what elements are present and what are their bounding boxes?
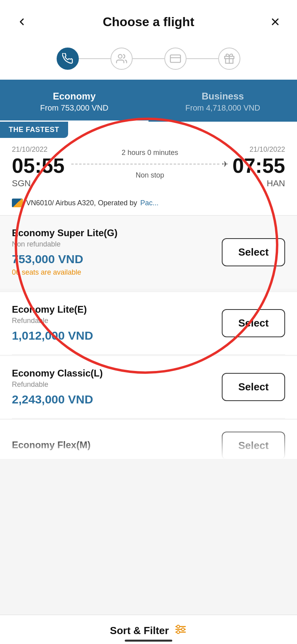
step-payment [164,48,187,70]
back-button[interactable] [12,12,32,32]
airline-logo [12,199,23,207]
tab-bar: Economy From 753,000 VND Business From 4… [0,80,297,122]
arrive-airport: HAN [232,178,285,189]
svg-point-9 [177,625,180,628]
svg-point-10 [182,628,185,631]
plane-icon: ✈ [222,159,228,169]
flight-airline: VN6010/ Airbus A320, Operated by Pac... [0,199,297,215]
fare-lite-name: Economy Lite(E) [12,304,93,315]
page-title: Choose a flight [32,15,265,29]
depart-block: 21/10/2022 05:55 SGN [12,145,67,189]
flight-line: ✈ [71,159,228,169]
filter-icon [174,624,187,638]
svg-point-11 [177,631,180,634]
fare-classic-price: 2,243,000 VND [12,393,103,406]
fare-super-lite: Economy Super Lite(G) Non refundable 753… [0,215,297,289]
header: Choose a flight [0,0,297,40]
step-flight [57,48,79,70]
tab-economy[interactable]: Economy From 753,000 VND [0,80,148,122]
main-content: THE FASTEST 21/10/2022 05:55 SGN 2 hours… [0,122,297,499]
fare-super-lite-details: Economy Super Lite(G) Non refundable 753… [12,227,118,277]
airline-text: VN6010/ Airbus A320, Operated by [26,199,137,207]
arrive-block: 21/10/2022 07:55 HAN [232,145,285,189]
fare-super-lite-refund: Non refundable [12,240,118,248]
dashed-line [71,164,219,164]
select-super-lite-button[interactable]: Select [222,238,285,266]
step-ticket [218,48,240,70]
fare-lite-details: Economy Lite(E) Refundable 1,012,000 VND [12,304,93,342]
fare-classic-name: Economy Classic(L) [12,368,103,379]
flight-card: THE FASTEST 21/10/2022 05:55 SGN 2 hours… [0,122,297,289]
fare-lite-refund: Refundable [12,317,93,325]
fare-classic-details: Economy Classic(L) Refundable 2,243,000 … [12,368,103,406]
fare-super-lite-name: Economy Super Lite(G) [12,227,118,239]
step-line-3 [187,58,218,59]
fare-divider-1 [12,354,285,355]
fare-super-lite-seats: 06 seats are available [12,268,118,277]
fare-classic: Economy Classic(L) Refundable 2,243,000 … [0,355,297,418]
depart-airport: SGN [12,178,67,189]
flight-info: 21/10/2022 05:55 SGN 2 hours 0 minutes ✈… [0,122,297,199]
select-lite-button[interactable]: Select [222,309,285,337]
step-line-1 [79,58,110,59]
flight-stop: Non stop [71,171,228,180]
fare-lite-price: 1,012,000 VND [12,329,93,342]
depart-time: 05:55 [12,155,67,176]
svg-point-2 [118,55,122,58]
home-indicator [125,640,172,642]
step-line-2 [133,58,164,59]
fare-classic-refund: Refundable [12,380,103,389]
arrive-date: 21/10/2022 [232,145,285,154]
tab-business[interactable]: Business From 4,718,000 VND [148,80,297,122]
progress-steps [0,40,297,80]
airline-link: Pac... [140,199,158,207]
fare-classic-card: Economy Classic(L) Refundable 2,243,000 … [0,355,297,419]
fare-lite: Economy Lite(E) Refundable 1,012,000 VND… [0,292,297,354]
sort-filter-label: Sort & Filter [110,625,169,637]
close-button[interactable] [265,12,285,32]
depart-date: 21/10/2022 [12,145,67,154]
fare-lite-card: Economy Lite(E) Refundable 1,012,000 VND… [0,292,297,355]
arrive-time: 07:55 [232,155,285,176]
flight-middle: 2 hours 0 minutes ✈ Non stop [67,145,232,180]
step-passengers [110,48,133,70]
svg-rect-3 [170,55,181,63]
fare-divider-2 [12,418,285,419]
fare-flex-card: Economy Flex(M) Select [0,419,297,459]
select-classic-button[interactable]: Select [222,373,285,401]
fare-super-lite-price: 753,000 VND [12,252,118,266]
flight-duration: 2 hours 0 minutes [71,149,228,157]
fade-overlay [0,435,297,459]
